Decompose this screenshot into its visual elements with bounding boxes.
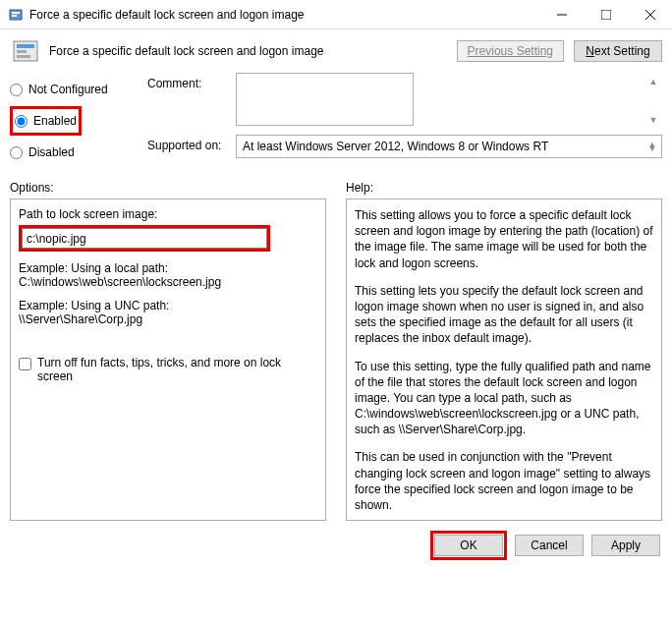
apply-button[interactable]: Apply: [591, 535, 660, 556]
radio-enabled-highlight: Enabled: [10, 106, 82, 136]
next-setting-button[interactable]: Next Setting: [574, 40, 662, 62]
scroll-down-icon[interactable]: ▼: [645, 142, 659, 155]
app-icon: [8, 7, 24, 23]
help-p3: To use this setting, type the fully qual…: [355, 359, 653, 438]
help-label: Help:: [346, 177, 662, 198]
turnoff-checkbox-row[interactable]: Turn off fun facts, tips, tricks, and mo…: [19, 356, 317, 383]
path-input[interactable]: [22, 228, 267, 249]
turnoff-checkbox-label: Turn off fun facts, tips, tricks, and mo…: [37, 356, 317, 383]
window-title: Force a specific default lock screen and…: [29, 8, 539, 22]
path-label: Path to lock screen image:: [19, 207, 317, 221]
titlebar: Force a specific default lock screen and…: [0, 0, 672, 29]
svg-rect-1: [12, 12, 20, 14]
help-p4: This can be used in conjunction with the…: [355, 449, 653, 513]
ok-button-highlight: OK: [430, 531, 507, 560]
comment-input[interactable]: [236, 73, 414, 126]
minimize-button[interactable]: [539, 0, 584, 29]
ok-button[interactable]: OK: [434, 535, 503, 556]
radio-not-configured-label: Not Configured: [28, 83, 108, 96]
turnoff-checkbox[interactable]: [19, 358, 31, 370]
scroll-up-icon[interactable]: ▲: [646, 75, 660, 88]
subheader: Force a specific default lock screen and…: [0, 29, 672, 73]
setting-icon: [10, 35, 41, 67]
example-local-value: C:\windows\web\screen\lockscreen.jpg: [19, 275, 317, 289]
options-box: Path to lock screen image: Example: Usin…: [10, 198, 326, 521]
svg-rect-4: [601, 10, 611, 20]
scroll-down-icon[interactable]: ▼: [646, 113, 660, 127]
radio-enabled-input[interactable]: [15, 115, 28, 128]
supported-on-text: At least Windows Server 2012, Windows 8 …: [243, 140, 548, 153]
svg-rect-9: [17, 50, 27, 53]
setting-title: Force a specific default lock screen and…: [49, 44, 447, 58]
supported-on-box: At least Windows Server 2012, Windows 8 …: [236, 135, 662, 158]
radio-enabled-label: Enabled: [33, 114, 77, 128]
radio-not-configured-input[interactable]: [10, 84, 23, 96]
svg-rect-8: [17, 44, 34, 48]
maximize-button[interactable]: [584, 0, 628, 29]
example-local-label: Example: Using a local path:: [19, 261, 317, 275]
previous-setting-button[interactable]: Previous Setting: [457, 40, 564, 62]
example-unc-label: Example: Using a UNC path:: [19, 299, 317, 312]
help-p1: This setting allows you to force a speci…: [355, 207, 653, 271]
example-unc-value: \\Server\Share\Corp.jpg: [19, 312, 317, 326]
footer: OK Cancel Apply: [0, 521, 672, 570]
comment-label: Comment:: [147, 73, 236, 129]
help-box: This setting allows you to force a speci…: [346, 198, 662, 521]
cancel-button[interactable]: Cancel: [515, 535, 584, 556]
svg-rect-10: [17, 55, 30, 58]
path-input-highlight: [19, 225, 270, 252]
help-p2: This setting lets you specify the defaul…: [355, 283, 653, 347]
svg-rect-2: [12, 15, 17, 17]
close-button[interactable]: [628, 0, 672, 29]
radio-enabled[interactable]: Enabled: [15, 110, 77, 132]
radio-not-configured[interactable]: Not Configured: [10, 79, 147, 100]
radio-disabled[interactable]: Disabled: [10, 142, 147, 163]
options-label: Options:: [10, 177, 326, 198]
state-radios: Not Configured Enabled Disabled: [10, 73, 147, 169]
radio-disabled-input[interactable]: [10, 146, 23, 159]
config-section: Not Configured Enabled Disabled Comment:…: [0, 73, 672, 177]
supported-label: Supported on:: [147, 135, 236, 158]
radio-disabled-label: Disabled: [28, 145, 75, 159]
